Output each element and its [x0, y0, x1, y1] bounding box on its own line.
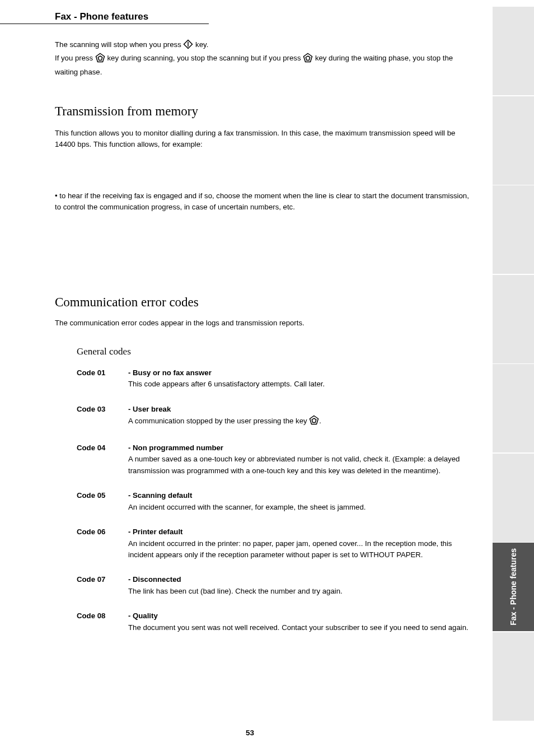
intro-text-2b: key during scanning, you stop the scanni…: [107, 54, 303, 62]
intro-text-1a: The scanning will stop when you press: [55, 40, 183, 49]
page-number: 53: [246, 729, 254, 737]
desc-text: The link has been cut (bad line). Check …: [128, 587, 343, 595]
sidebar-tab: [493, 364, 534, 452]
table-row: Code 05 - Scanning default An incident o…: [77, 490, 472, 513]
intro-text-1b: key.: [195, 40, 208, 49]
code-description: - Quality The document you sent was not …: [128, 610, 472, 633]
table-row: Code 01 - Busy or no fax answer This cod…: [77, 367, 472, 390]
sidebar-tab: [493, 275, 534, 363]
desc-bold: - User break: [128, 405, 171, 413]
desc-text: An incident occurred with the scanner, f…: [128, 503, 366, 511]
chapter-title: Fax - Phone features: [55, 11, 148, 22]
desc-text: The document you sent was not well recei…: [128, 623, 469, 632]
table-row: Code 07 - Disconnected The link has been…: [77, 574, 472, 597]
sidebar-tab: [493, 632, 534, 721]
desc-text: This code appears after 6 unsatisfactory…: [128, 380, 325, 388]
heading-transmission-memory: Transmission from memory: [55, 104, 198, 119]
code-label: Code 03: [77, 404, 128, 429]
desc-bold: - Printer default: [128, 528, 182, 536]
desc-text-a: A communication stopped by the user pres…: [128, 417, 309, 425]
intro-paragraph: The scanning will stop when you press ke…: [55, 39, 472, 78]
table-row: Code 04 - Non programmed number A number…: [77, 442, 472, 477]
intro-text-2a: If you press: [55, 54, 95, 62]
desc-bold: - Scanning default: [128, 491, 192, 500]
code-label: Code 06: [77, 526, 128, 561]
start-icon: [183, 39, 193, 53]
tab-label: Fax - Phone features: [509, 548, 518, 626]
code-description: - Printer default An incident occurred i…: [128, 526, 472, 561]
paragraph-3: The communication error codes appear in …: [55, 318, 472, 329]
code-description: - Scanning default An incident occurred …: [128, 490, 472, 513]
sidebar-tab: [493, 185, 534, 274]
paragraph-2-bullet: • to hear if the receiving fax is engage…: [55, 190, 472, 213]
horizontal-rule: [0, 24, 209, 24]
table-row: Code 03 - User break A communication sto…: [77, 404, 472, 429]
sidebar-tab: [493, 454, 534, 542]
error-code-table: Code 01 - Busy or no fax answer This cod…: [77, 367, 472, 647]
sidebar-tab: [493, 96, 534, 185]
code-description: - Disconnected The link has been cut (ba…: [128, 574, 472, 597]
desc-bold: - Quality: [128, 612, 158, 620]
code-label: Code 05: [77, 490, 128, 513]
desc-bold: - Busy or no fax answer: [128, 368, 212, 377]
heading-error-codes: Communication error codes: [55, 295, 199, 310]
code-label: Code 04: [77, 442, 128, 477]
code-label: Code 01: [77, 367, 128, 390]
code-label: Code 07: [77, 574, 128, 597]
table-row: Code 06 - Printer default An incident oc…: [77, 526, 472, 561]
subheading-general-codes: General codes: [77, 346, 131, 357]
desc-bold: - Disconnected: [128, 575, 181, 584]
desc-text: A number saved as a one-touch key or abb…: [128, 455, 460, 474]
sidebar-tab: [493, 7, 534, 95]
desc-bold: - Non programmed number: [128, 444, 223, 452]
sidebar-tab-active: Fax - Phone features: [493, 543, 534, 631]
code-description: - Busy or no fax answer This code appear…: [128, 367, 472, 390]
code-label: Code 08: [77, 610, 128, 633]
table-row: Code 08 - Quality The document you sent …: [77, 610, 472, 633]
stop-icon: [309, 415, 319, 428]
paragraph-1: This function allows you to monitor dial…: [55, 128, 472, 151]
stop-icon: [303, 53, 313, 66]
desc-text-b: .: [319, 417, 321, 425]
code-description: - Non programmed number A number saved a…: [128, 442, 472, 477]
desc-text: An incident occurred in the printer: no …: [128, 539, 452, 559]
sidebar-tabs: Fax - Phone features: [493, 7, 534, 721]
stop-icon: [95, 53, 105, 66]
code-description: - User break A communication stopped by …: [128, 404, 472, 429]
